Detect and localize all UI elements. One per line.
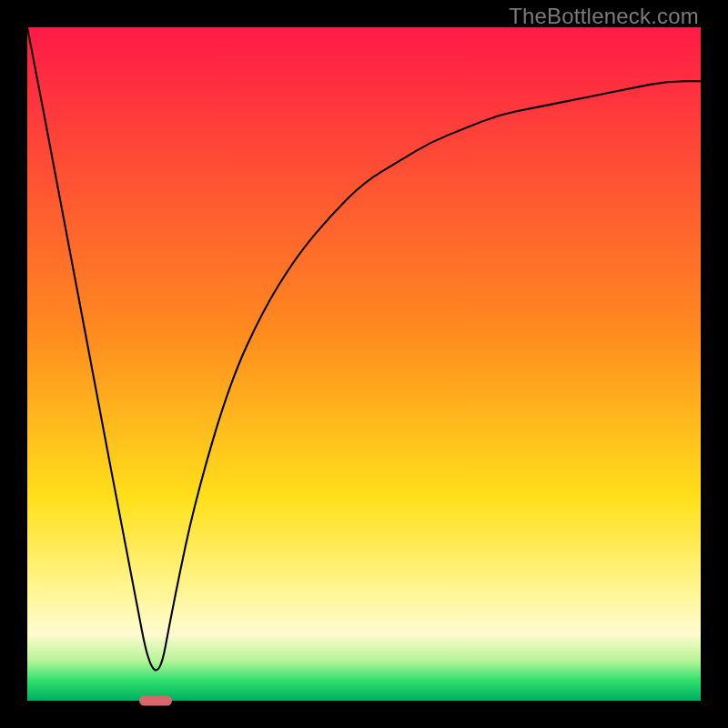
watermark-text: TheBottleneck.com: [509, 4, 699, 29]
curve-layer: [27, 27, 701, 701]
plot-area: [27, 27, 701, 701]
minimum-marker: [139, 696, 172, 706]
bottleneck-curve: [27, 27, 701, 670]
chart-stage: TheBottleneck.com: [0, 0, 728, 728]
